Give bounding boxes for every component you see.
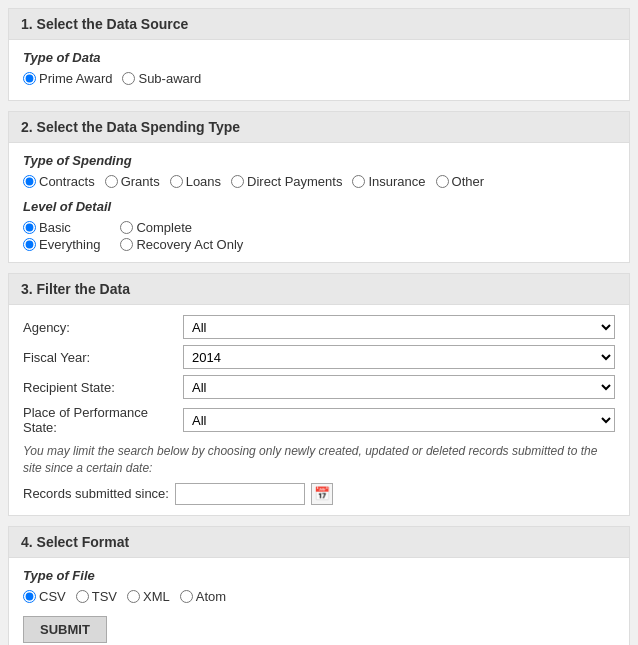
insurance-radio[interactable]	[352, 175, 365, 188]
fiscalyear-select[interactable]: 2014	[183, 345, 615, 369]
type-of-spending-label: Type of Spending	[23, 153, 615, 168]
loans-option[interactable]: Loans	[170, 174, 221, 189]
atom-label[interactable]: Atom	[196, 589, 226, 604]
contracts-radio[interactable]	[23, 175, 36, 188]
atom-radio[interactable]	[180, 590, 193, 603]
section-1: 1. Select the Data Source Type of Data P…	[8, 8, 630, 101]
other-label[interactable]: Other	[452, 174, 485, 189]
recipientstate-select[interactable]: All	[183, 375, 615, 399]
popstate-row: Place of Performance State: All	[23, 405, 615, 435]
records-label: Records submitted since:	[23, 486, 169, 501]
grants-option[interactable]: Grants	[105, 174, 160, 189]
section-3-header: 3. Filter the Data	[9, 274, 629, 305]
section-2-body: Type of Spending Contracts Grants Loans …	[9, 143, 629, 262]
records-row: Records submitted since: 📅	[23, 483, 615, 505]
section-2: 2. Select the Data Spending Type Type of…	[8, 111, 630, 263]
other-option[interactable]: Other	[436, 174, 485, 189]
csv-label[interactable]: CSV	[39, 589, 66, 604]
section-3-body: Agency: All Fiscal Year: 2014 Recipient …	[9, 305, 629, 515]
basic-radio[interactable]	[23, 221, 36, 234]
agency-label: Agency:	[23, 320, 183, 335]
type-of-file-label: Type of File	[23, 568, 615, 583]
directpayments-radio[interactable]	[231, 175, 244, 188]
complete-label[interactable]: Complete	[136, 220, 192, 235]
complete-radio[interactable]	[120, 221, 133, 234]
agency-row: Agency: All	[23, 315, 615, 339]
level-of-detail-label: Level of Detail	[23, 199, 615, 214]
recoveryact-radio[interactable]	[120, 238, 133, 251]
section-4-body: Type of File CSV TSV XML Atom	[9, 558, 629, 645]
xml-radio[interactable]	[127, 590, 140, 603]
section-4: 4. Select Format Type of File CSV TSV XM…	[8, 526, 630, 645]
csv-radio[interactable]	[23, 590, 36, 603]
insurance-label[interactable]: Insurance	[368, 174, 425, 189]
calendar-icon: 📅	[314, 486, 330, 501]
section-3: 3. Filter the Data Agency: All Fiscal Ye…	[8, 273, 630, 516]
tsv-label[interactable]: TSV	[92, 589, 117, 604]
section-2-header: 2. Select the Data Spending Type	[9, 112, 629, 143]
loans-radio[interactable]	[170, 175, 183, 188]
file-options: CSV TSV XML Atom	[23, 589, 615, 604]
spending-options: Contracts Grants Loans Direct Payments I…	[23, 174, 615, 189]
directpayments-option[interactable]: Direct Payments	[231, 174, 342, 189]
subaward-radio[interactable]	[122, 72, 135, 85]
popstate-label: Place of Performance State:	[23, 405, 183, 435]
info-text: You may limit the search below by choosi…	[23, 443, 615, 477]
everything-radio[interactable]	[23, 238, 36, 251]
records-input[interactable]	[175, 483, 305, 505]
level-of-detail-section: Level of Detail Basic Complete Everythin…	[23, 199, 615, 252]
subaward-option[interactable]: Sub-award	[122, 71, 201, 86]
atom-option[interactable]: Atom	[180, 589, 226, 604]
loans-label[interactable]: Loans	[186, 174, 221, 189]
basic-option[interactable]: Basic	[23, 220, 100, 235]
csv-option[interactable]: CSV	[23, 589, 66, 604]
data-source-options: Prime Award Sub-award	[23, 71, 615, 86]
section-4-header: 4. Select Format	[9, 527, 629, 558]
page-wrapper: 1. Select the Data Source Type of Data P…	[0, 0, 638, 645]
grants-label[interactable]: Grants	[121, 174, 160, 189]
contracts-option[interactable]: Contracts	[23, 174, 95, 189]
grants-radio[interactable]	[105, 175, 118, 188]
xml-option[interactable]: XML	[127, 589, 170, 604]
other-radio[interactable]	[436, 175, 449, 188]
recoveryact-label[interactable]: Recovery Act Only	[136, 237, 243, 252]
subaward-label[interactable]: Sub-award	[138, 71, 201, 86]
agency-select[interactable]: All	[183, 315, 615, 339]
insurance-option[interactable]: Insurance	[352, 174, 425, 189]
type-of-data-label: Type of Data	[23, 50, 615, 65]
everything-option[interactable]: Everything	[23, 237, 100, 252]
directpayments-label[interactable]: Direct Payments	[247, 174, 342, 189]
tsv-radio[interactable]	[76, 590, 89, 603]
recipientstate-label: Recipient State:	[23, 380, 183, 395]
prime-award-option[interactable]: Prime Award	[23, 71, 112, 86]
contracts-label[interactable]: Contracts	[39, 174, 95, 189]
prime-award-label[interactable]: Prime Award	[39, 71, 112, 86]
section-1-header: 1. Select the Data Source	[9, 9, 629, 40]
basic-label[interactable]: Basic	[39, 220, 71, 235]
recipientstate-row: Recipient State: All	[23, 375, 615, 399]
fiscalyear-row: Fiscal Year: 2014	[23, 345, 615, 369]
complete-option[interactable]: Complete	[120, 220, 243, 235]
fiscalyear-label: Fiscal Year:	[23, 350, 183, 365]
popstate-select[interactable]: All	[183, 408, 615, 432]
submit-button[interactable]: SUBMIT	[23, 616, 107, 643]
section-1-body: Type of Data Prime Award Sub-award	[9, 40, 629, 100]
everything-label[interactable]: Everything	[39, 237, 100, 252]
tsv-option[interactable]: TSV	[76, 589, 117, 604]
calendar-button[interactable]: 📅	[311, 483, 333, 505]
detail-options-grid: Basic Complete Everything Recovery Act O…	[23, 220, 243, 252]
recoveryact-option[interactable]: Recovery Act Only	[120, 237, 243, 252]
xml-label[interactable]: XML	[143, 589, 170, 604]
prime-award-radio[interactable]	[23, 72, 36, 85]
